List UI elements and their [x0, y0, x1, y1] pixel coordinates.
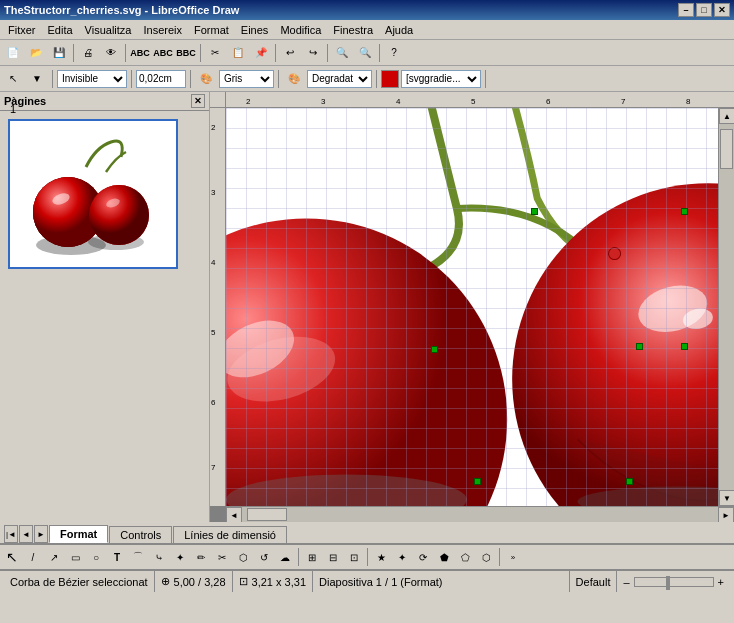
spell2-button[interactable]: ABC [152, 42, 174, 64]
page-status: Diapositiva 1 / 1 (Format) [313, 571, 570, 592]
shape2-tool[interactable]: ⬠ [455, 548, 475, 566]
minimize-button[interactable]: – [678, 3, 694, 17]
selection-handle-bm[interactable] [474, 478, 481, 485]
zoom-slider-thumb[interactable] [666, 576, 670, 590]
ruler-vertical: 2 3 4 5 6 7 [210, 108, 226, 506]
cut-button[interactable]: ✂ [204, 42, 226, 64]
tab-controls[interactable]: Controls [109, 526, 172, 543]
tab-nav-next[interactable]: ► [34, 525, 48, 543]
selection-handle-tl[interactable] [531, 208, 538, 215]
poly-tool[interactable]: ⬡ [233, 548, 253, 566]
redo-button[interactable]: ↪ [302, 42, 324, 64]
rotate-tool[interactable]: ↺ [254, 548, 274, 566]
open-button[interactable]: 📂 [25, 42, 47, 64]
scroll-thumb-h[interactable] [247, 508, 287, 521]
line-color-select[interactable]: Gris [219, 70, 274, 88]
align-left[interactable]: ⊞ [302, 548, 322, 566]
scroll-left-button[interactable]: ◄ [226, 507, 242, 522]
more-btn[interactable]: » [503, 548, 523, 566]
curve-tool[interactable]: ⌒ [128, 548, 148, 566]
spell-button[interactable]: ABC [129, 42, 151, 64]
menu-eines[interactable]: Eines [235, 23, 275, 37]
gradient-select[interactable]: [svggradie... [401, 70, 481, 88]
effects-tool[interactable]: ✦ [170, 548, 190, 566]
zoom-slider[interactable] [634, 577, 714, 587]
shape3-tool[interactable]: ⬡ [476, 548, 496, 566]
close-button[interactable]: ✕ [714, 3, 730, 17]
sidebar-close-button[interactable]: ✕ [191, 94, 205, 108]
spell3-button[interactable]: BBC [175, 42, 197, 64]
fill-color-swatch[interactable] [381, 70, 399, 88]
selection-handle-mr2[interactable] [681, 343, 688, 350]
align-center[interactable]: ⊟ [323, 548, 343, 566]
selection-handle-br[interactable] [626, 478, 633, 485]
line-tool[interactable]: / [23, 548, 43, 566]
pencil-tool[interactable]: ✏ [191, 548, 211, 566]
symbol-tool[interactable]: ✦ [392, 548, 412, 566]
line-width-input[interactable] [136, 70, 186, 88]
tab-nav-first[interactable]: |◄ [4, 525, 18, 543]
paste-button[interactable]: 📌 [250, 42, 272, 64]
text-tool[interactable]: T [107, 548, 127, 566]
select-tool[interactable]: ↖ [2, 548, 22, 566]
fill-btn[interactable]: 🎨 [283, 68, 305, 90]
help-button[interactable]: ? [383, 42, 405, 64]
scroll-track-h[interactable] [242, 507, 718, 522]
menu-modifica[interactable]: Modifica [274, 23, 327, 37]
menu-finestra[interactable]: Finestra [327, 23, 379, 37]
color-picker-btn[interactable]: 🎨 [195, 68, 217, 90]
fill-type-select[interactable]: Degradat [307, 70, 372, 88]
arrow-btn[interactable]: ↖ [2, 68, 24, 90]
zoom-in-button[interactable]: 🔍 [331, 42, 353, 64]
connector-tool[interactable]: ⤷ [149, 548, 169, 566]
align-right[interactable]: ⊡ [344, 548, 364, 566]
star-tool[interactable]: ★ [371, 548, 391, 566]
undo-button[interactable]: ↩ [279, 42, 301, 64]
selection-handle-tr[interactable] [681, 208, 688, 215]
separator-5 [327, 44, 328, 62]
page-thumbnail-1[interactable]: 1 [8, 119, 178, 269]
selection-handle-ml[interactable] [431, 346, 438, 353]
maximize-button[interactable]: □ [696, 3, 712, 17]
down-btn[interactable]: ▼ [26, 68, 48, 90]
zoom-out-button[interactable]: 🔍 [354, 42, 376, 64]
ellipse-tool[interactable]: ○ [86, 548, 106, 566]
menu-fitxer[interactable]: Fitxer [2, 23, 42, 37]
shape1-tool[interactable]: ⬟ [434, 548, 454, 566]
menu-insereix[interactable]: Insereix [137, 23, 188, 37]
scroll-thumb-v[interactable] [720, 129, 733, 169]
preview-button[interactable]: 👁 [100, 42, 122, 64]
arrow-tool[interactable]: ↗ [44, 548, 64, 566]
scissors-tool[interactable]: ✂ [212, 548, 232, 566]
copy-button[interactable]: 📋 [227, 42, 249, 64]
menu-ajuda[interactable]: Ajuda [379, 23, 419, 37]
menu-visualitza[interactable]: Visualitza [79, 23, 138, 37]
sep-b [131, 70, 132, 88]
tab-format[interactable]: Format [49, 525, 108, 543]
scroll-down-button[interactable]: ▼ [719, 490, 734, 506]
toolbar-1: 📄 📂 💾 🖨 👁 ABC ABC BBC ✂ 📋 📌 ↩ ↪ 🔍 🔍 ? [0, 40, 734, 66]
ruler-tick-5: 5 [471, 97, 475, 106]
zoom-plus[interactable]: + [718, 576, 724, 588]
rect-tool[interactable]: ▭ [65, 548, 85, 566]
refresh-btn[interactable]: ⟳ [413, 548, 433, 566]
drawing-area[interactable]: ▲ ▼ [226, 108, 734, 506]
scroll-right-button[interactable]: ► [718, 507, 734, 522]
zoom-minus[interactable]: – [623, 576, 629, 588]
horizontal-scrollbar[interactable]: ◄ ► [226, 506, 734, 522]
new-button[interactable]: 📄 [2, 42, 24, 64]
selection-handle-mr[interactable] [636, 343, 643, 350]
print-button[interactable]: 🖨 [77, 42, 99, 64]
tab-nav-prev[interactable]: ◄ [19, 525, 33, 543]
scroll-track-v[interactable] [719, 124, 734, 490]
size-icon: ⊡ [239, 575, 248, 588]
tab-lines[interactable]: Línies de dimensió [173, 526, 287, 543]
line-style-select[interactable]: Invisible [57, 70, 127, 88]
ruler-horizontal: 2 3 4 5 6 7 8 [210, 92, 734, 108]
menu-edita[interactable]: Edita [42, 23, 79, 37]
vertical-scrollbar[interactable]: ▲ ▼ [718, 108, 734, 506]
scroll-up-button[interactable]: ▲ [719, 108, 734, 124]
cloud-tool[interactable]: ☁ [275, 548, 295, 566]
save-button[interactable]: 💾 [48, 42, 70, 64]
menu-format[interactable]: Format [188, 23, 235, 37]
